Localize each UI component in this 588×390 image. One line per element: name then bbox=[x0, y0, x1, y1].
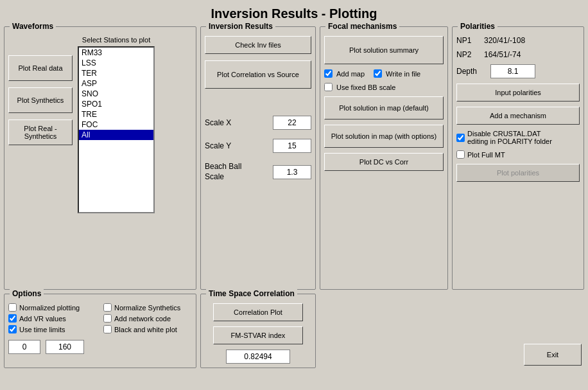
normalize-synth-row: Normalize Synthetics bbox=[103, 303, 192, 312]
station-select-label: Select Stations to plot bbox=[78, 36, 155, 44]
polarities-panel: Polarities NP1 320/41/-108 NP2 164/51/-7… bbox=[452, 26, 584, 290]
add-network-checkbox[interactable] bbox=[103, 314, 112, 323]
np1-value: 320/41/-108 bbox=[484, 36, 525, 45]
waveform-buttons: Plot Real data Plot Synthetics Plot Real… bbox=[8, 55, 73, 213]
time-limits-row: Use time limits bbox=[8, 325, 97, 333]
add-vr-label: Add VR values bbox=[19, 315, 66, 323]
beach-ball-input[interactable] bbox=[273, 165, 311, 179]
add-mechanism-button[interactable]: Add a mechanism bbox=[456, 107, 580, 125]
timespace-title: Time Space Correlation bbox=[206, 289, 297, 298]
black-white-checkbox[interactable] bbox=[103, 325, 112, 333]
fixed-bb-checkbox[interactable] bbox=[324, 83, 333, 91]
add-map-row: Add map Write in file bbox=[324, 69, 444, 78]
disable-crustal-label: Disable CRUSTAL.DATediting in POLARITY f… bbox=[467, 130, 552, 145]
fixed-bb-row: Use fixed BB scale bbox=[324, 83, 444, 91]
station-ter[interactable]: TER bbox=[79, 68, 153, 78]
normalized-plotting-checkbox[interactable] bbox=[8, 303, 17, 312]
focal-title: Focal mechanisms bbox=[325, 22, 399, 31]
inversion-title: Inversion Results bbox=[206, 22, 275, 31]
network-code-label: Add network code bbox=[114, 315, 171, 323]
depth-row: Depth bbox=[456, 64, 580, 78]
write-file-label: Write in file bbox=[386, 70, 420, 78]
depth-input[interactable] bbox=[490, 64, 535, 78]
bw-row: Black and white plot bbox=[103, 325, 192, 333]
plot-full-mt-checkbox[interactable] bbox=[456, 150, 465, 159]
plot-synthetics-button[interactable]: Plot Synthetics bbox=[8, 87, 73, 113]
add-vr-checkbox[interactable] bbox=[8, 314, 17, 323]
waveforms-title: Waveforms bbox=[10, 22, 56, 31]
plot-solution-map-default-button[interactable]: Plot solution in map (default) bbox=[324, 96, 444, 120]
plot-full-mt-label: Plot Full MT bbox=[467, 151, 505, 159]
fm-stvar-button[interactable]: FM-STVAR index bbox=[213, 326, 303, 344]
polarities-title: Polarities bbox=[458, 22, 497, 31]
np2-row: NP2 164/51/-74 bbox=[456, 50, 580, 59]
depth-label: Depth bbox=[456, 67, 485, 76]
station-sno[interactable]: SNO bbox=[79, 89, 153, 99]
fixed-bb-label: Use fixed BB scale bbox=[336, 84, 395, 91]
waveforms-panel: Waveforms Plot Real data Plot Synthetics… bbox=[4, 26, 196, 290]
exit-button[interactable]: Exit bbox=[524, 344, 582, 366]
timespace-panel: Time Space Correlation Correlation Plot … bbox=[200, 294, 316, 368]
scale-y-input[interactable] bbox=[273, 139, 311, 153]
station-asp[interactable]: ASP bbox=[79, 78, 153, 89]
np1-label: NP1 bbox=[456, 36, 479, 45]
range-start-input[interactable] bbox=[8, 340, 40, 354]
station-spo1[interactable]: SPO1 bbox=[79, 99, 153, 109]
station-lss[interactable]: LSS bbox=[79, 58, 153, 68]
np2-label: NP2 bbox=[456, 50, 479, 59]
range-end-input[interactable] bbox=[46, 340, 84, 354]
scale-x-label: Scale X bbox=[205, 118, 256, 127]
inversion-panel: Inversion Results Check Inv files Plot C… bbox=[200, 26, 316, 290]
time-limits-label: Use time limits bbox=[19, 326, 65, 333]
plot-polarities-button[interactable]: Plot polarities bbox=[456, 164, 580, 182]
np2-value: 164/51/-74 bbox=[484, 50, 521, 59]
write-file-checkbox[interactable] bbox=[374, 69, 382, 78]
disable-crustal-checkbox[interactable] bbox=[456, 134, 465, 142]
black-white-label: Black and white plot bbox=[114, 326, 177, 333]
station-select-area: Select Stations to plot RM33 LSS TER ASP… bbox=[78, 36, 155, 213]
plot-real-data-button[interactable]: Plot Real data bbox=[8, 55, 73, 81]
use-time-limits-checkbox[interactable] bbox=[8, 325, 17, 333]
normalized-plotting-label: Normalized plotting bbox=[19, 304, 80, 312]
plot-solution-summary-button[interactable]: Plot solution summary bbox=[324, 36, 444, 64]
disable-crustal-row: Disable CRUSTAL.DATediting in POLARITY f… bbox=[456, 130, 580, 145]
network-code-row: Add network code bbox=[103, 314, 192, 323]
scale-x-input[interactable] bbox=[273, 116, 311, 130]
add-map-label: Add map bbox=[336, 70, 365, 78]
station-foc[interactable]: FOC bbox=[79, 120, 153, 130]
plot-full-mt-row: Plot Full MT bbox=[456, 150, 580, 159]
scale-y-row: Scale Y bbox=[205, 139, 311, 153]
beach-ball-row: Beach BallScale bbox=[205, 162, 311, 182]
normalize-synthetics-label: Normalize Synthetics bbox=[114, 304, 180, 312]
plot-real-synthetics-button[interactable]: Plot Real - Synthetics bbox=[8, 120, 73, 145]
station-tre[interactable]: TRE bbox=[79, 109, 153, 120]
beach-ball-label: Beach BallScale bbox=[205, 162, 256, 182]
options-panel: Options Normalized plotting Normalize Sy… bbox=[4, 294, 196, 368]
options-title: Options bbox=[10, 289, 44, 298]
scale-x-row: Scale X bbox=[205, 116, 311, 130]
correlation-value-input[interactable] bbox=[226, 350, 290, 364]
normalize-synthetics-checkbox[interactable] bbox=[103, 303, 112, 312]
page-title: Inversion Results - Plotting bbox=[0, 0, 588, 26]
range-row bbox=[8, 340, 192, 354]
correlation-plot-button[interactable]: Correlation Plot bbox=[213, 303, 303, 321]
add-map-checkbox[interactable] bbox=[324, 69, 333, 78]
focal-panel: Focal mechanisms Plot solution summary A… bbox=[320, 26, 448, 290]
scale-y-label: Scale Y bbox=[205, 141, 256, 150]
plot-correlation-vs-source-button[interactable]: Plot Correlation vs Source bbox=[205, 60, 311, 89]
check-inv-files-button[interactable]: Check Inv files bbox=[205, 36, 311, 54]
station-rm33[interactable]: RM33 bbox=[79, 48, 153, 58]
station-all[interactable]: All bbox=[79, 130, 153, 140]
np1-row: NP1 320/41/-108 bbox=[456, 36, 580, 45]
input-polarities-button[interactable]: Input polarities bbox=[456, 84, 580, 102]
plot-dc-vs-corr-button[interactable]: Plot DC vs Corr bbox=[324, 153, 444, 171]
add-vr-row: Add VR values bbox=[8, 314, 97, 323]
plot-solution-map-options-button[interactable]: Plot solution in map (with options) bbox=[324, 125, 444, 148]
normalized-plotting-row: Normalized plotting bbox=[8, 303, 97, 312]
station-listbox[interactable]: RM33 LSS TER ASP SNO SPO1 TRE FOC All bbox=[78, 46, 155, 213]
